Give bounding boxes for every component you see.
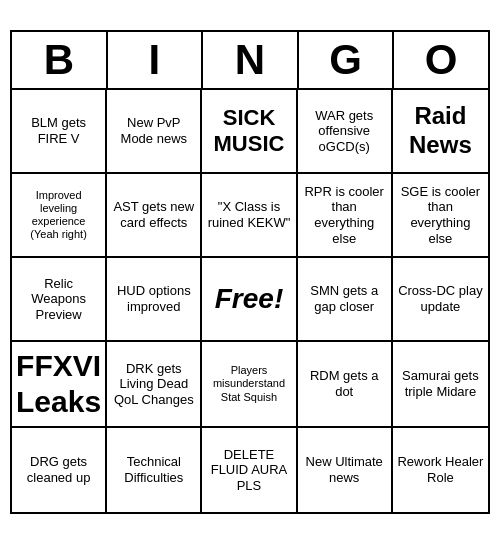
bingo-cell-19: Samurai gets triple Midare	[393, 342, 488, 428]
bingo-grid: BLM gets FIRE VNew PvP Mode newsSICK MUS…	[12, 90, 488, 512]
bingo-cell-3: WAR gets offensive oGCD(s)	[298, 90, 393, 174]
bingo-cell-15: FFXVI Leaks	[12, 342, 107, 428]
bingo-cell-23: New Ultimate news	[298, 428, 393, 512]
bingo-cell-13: SMN gets a gap closer	[298, 258, 393, 342]
bingo-cell-17: Players misunderstand Stat Squish	[202, 342, 297, 428]
header-letter-o: O	[394, 32, 488, 88]
bingo-cell-24: Rework Healer Role	[393, 428, 488, 512]
bingo-cell-5: Improved leveling experience (Yeah right…	[12, 174, 107, 258]
bingo-cell-7: "X Class is ruined KEKW"	[202, 174, 297, 258]
bingo-cell-21: Technical Difficulties	[107, 428, 202, 512]
bingo-cell-1: New PvP Mode news	[107, 90, 202, 174]
bingo-cell-4: Raid News	[393, 90, 488, 174]
bingo-cell-9: SGE is cooler than everything else	[393, 174, 488, 258]
bingo-header: BINGO	[12, 32, 488, 90]
bingo-cell-22: DELETE FLUID AURA PLS	[202, 428, 297, 512]
header-letter-n: N	[203, 32, 299, 88]
bingo-cell-12: Free!	[202, 258, 297, 342]
bingo-cell-8: RPR is cooler than everything else	[298, 174, 393, 258]
bingo-card: BINGO BLM gets FIRE VNew PvP Mode newsSI…	[10, 30, 490, 514]
bingo-cell-16: DRK gets Living Dead QoL Changes	[107, 342, 202, 428]
bingo-cell-2: SICK MUSIC	[202, 90, 297, 174]
header-letter-b: B	[12, 32, 108, 88]
bingo-cell-0: BLM gets FIRE V	[12, 90, 107, 174]
bingo-cell-14: Cross-DC play update	[393, 258, 488, 342]
header-letter-i: I	[108, 32, 204, 88]
bingo-cell-10: Relic Weapons Preview	[12, 258, 107, 342]
bingo-cell-20: DRG gets cleaned up	[12, 428, 107, 512]
header-letter-g: G	[299, 32, 395, 88]
bingo-cell-18: RDM gets a dot	[298, 342, 393, 428]
bingo-cell-6: AST gets new card effects	[107, 174, 202, 258]
bingo-cell-11: HUD options improved	[107, 258, 202, 342]
